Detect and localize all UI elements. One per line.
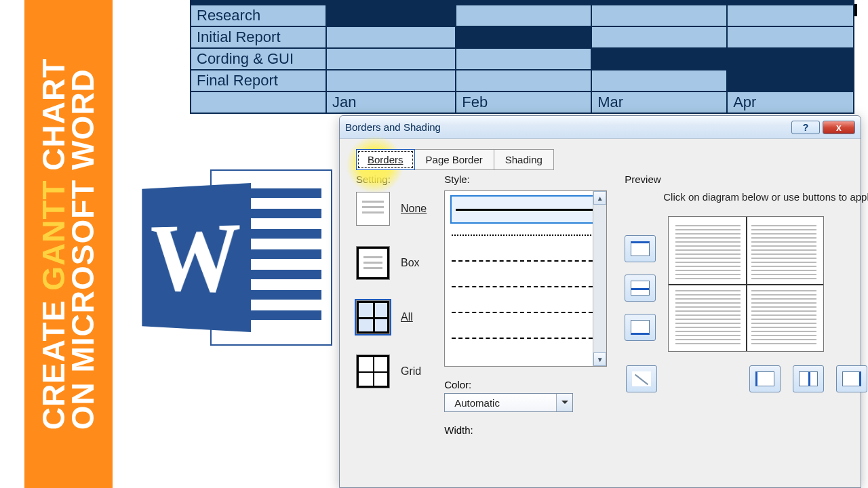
- style-option[interactable]: [452, 222, 604, 248]
- setting-grid[interactable]: Grid: [356, 354, 427, 388]
- word-logo-icon: W: [129, 156, 332, 359]
- border-diag-down-button[interactable]: [626, 365, 657, 392]
- task-label: Research: [191, 5, 326, 26]
- gantt-chart: Research Initial Report Cording & GUI Fi…: [190, 0, 854, 114]
- border-top-button[interactable]: [625, 235, 656, 262]
- title-part-subtitle: ON MICROSOFT WORD: [69, 58, 97, 430]
- border-hmiddle-button[interactable]: [625, 274, 656, 302]
- border-left-button[interactable]: [749, 365, 781, 392]
- preview-group-label: Preview: [625, 174, 868, 185]
- tab-page-border[interactable]: Page Border: [415, 149, 494, 170]
- style-option[interactable]: [452, 274, 604, 300]
- gantt-bar: [727, 48, 854, 70]
- table-row[interactable]: Research: [191, 5, 854, 26]
- style-group-label: Style:: [444, 174, 607, 185]
- task-label: Cording & GUI: [191, 48, 326, 70]
- task-label: Initial Report: [191, 26, 326, 48]
- table-row[interactable]: Jan Feb Mar Apr: [191, 92, 854, 113]
- tab-borders[interactable]: Borders: [356, 149, 415, 170]
- table-row[interactable]: Final Report: [191, 70, 854, 92]
- month-label: Mar: [591, 92, 727, 113]
- title-sidebar: CREATE GANTT CHART ON MICROSOFT WORD: [24, 0, 113, 488]
- close-button[interactable]: x: [823, 121, 855, 134]
- style-option[interactable]: [452, 325, 604, 351]
- setting-none-icon: [356, 192, 390, 226]
- borders-shading-dialog: Borders and Shading ? x Borders Page Bor…: [339, 115, 861, 488]
- month-label: Feb: [456, 92, 591, 113]
- setting-none[interactable]: None: [356, 192, 427, 226]
- gantt-bar: [326, 5, 456, 26]
- gantt-bar: [591, 48, 727, 70]
- dialog-titlebar[interactable]: Borders and Shading ? x: [340, 116, 861, 139]
- dialog-title: Borders and Shading: [345, 121, 441, 133]
- color-value: Automatic: [454, 397, 500, 409]
- setting-all[interactable]: All: [356, 300, 427, 334]
- scroll-up-button[interactable]: ▲: [593, 191, 606, 205]
- setting-grid-icon: [356, 354, 390, 388]
- style-scrollbar[interactable]: ▲ ▼: [593, 191, 606, 366]
- border-vmiddle-button[interactable]: [793, 365, 824, 392]
- style-option[interactable]: [452, 197, 604, 222]
- table-row[interactable]: Cording & GUI: [191, 48, 854, 70]
- help-button[interactable]: ?: [791, 121, 820, 134]
- dialog-tabs: Borders Page Border Shading: [356, 148, 847, 169]
- color-dropdown[interactable]: Automatic: [444, 393, 573, 412]
- month-label: Apr: [727, 92, 854, 113]
- style-listbox[interactable]: [444, 190, 607, 367]
- setting-box-icon: [356, 246, 390, 280]
- gantt-bar: [456, 26, 591, 48]
- border-right-button[interactable]: [836, 365, 867, 392]
- setting-group-label: Setting:: [356, 174, 427, 185]
- tab-shading[interactable]: Shading: [494, 149, 554, 170]
- style-option[interactable]: [452, 300, 604, 325]
- setting-box[interactable]: Box: [356, 246, 427, 280]
- style-option[interactable]: [452, 248, 604, 274]
- gantt-bar: [727, 70, 854, 92]
- color-label: Color:: [444, 379, 607, 390]
- task-label: Final Report: [191, 70, 326, 92]
- preview-hint: Click on diagram below or use buttons to…: [625, 190, 868, 204]
- scroll-down-button[interactable]: ▼: [593, 352, 606, 366]
- word-logo-letter: W: [151, 200, 241, 316]
- border-bottom-button[interactable]: [625, 314, 656, 341]
- setting-all-icon: [356, 300, 390, 334]
- chevron-down-icon: [556, 394, 572, 411]
- month-label: Jan: [326, 92, 456, 113]
- table-row[interactable]: Initial Report: [191, 26, 854, 48]
- preview-diagram[interactable]: [668, 216, 824, 352]
- width-label: Width:: [444, 424, 607, 436]
